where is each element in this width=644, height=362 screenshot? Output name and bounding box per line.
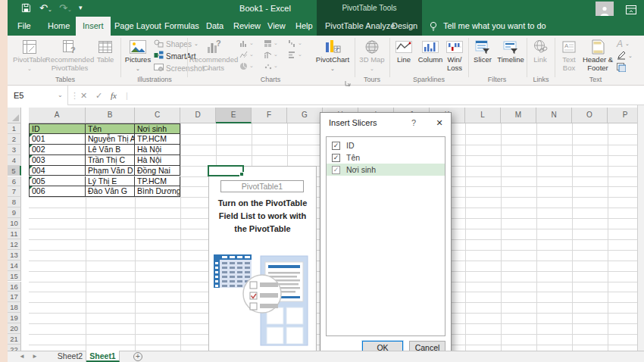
sparkline-line-button[interactable]: Line (392, 37, 415, 76)
table-cell[interactable]: Đào Văn G (86, 186, 135, 197)
sheet-nav-right-icon[interactable]: ► (32, 351, 38, 362)
tell-me-box[interactable]: Tell me what you want to do (436, 17, 553, 36)
pictures-button[interactable]: Pictures⌄ (123, 37, 152, 76)
row-header-1[interactable]: 1 (8, 123, 21, 134)
table-cell[interactable]: Đồng Nai (135, 166, 180, 176)
table-cell[interactable]: ID (29, 123, 86, 134)
vertical-scrollbar[interactable] (637, 105, 644, 351)
row-header-17[interactable]: 17 (8, 292, 21, 302)
column-header-O[interactable]: O (572, 108, 608, 123)
bar-chart-button[interactable]: ⌄ (288, 49, 311, 60)
text-box-button[interactable]: A Text Box (558, 37, 580, 76)
row-header-22[interactable]: 22 (8, 345, 21, 351)
formula-cancel-icon[interactable]: ✕ (80, 86, 87, 105)
scatter-chart-button[interactable]: ⌄ (264, 61, 286, 71)
table-cell[interactable]: Hà Nội (135, 155, 180, 166)
slicer-field-item-ID[interactable]: ✓ID (327, 139, 445, 151)
select-all-corner[interactable] (8, 108, 21, 123)
table-cell[interactable]: 003 (29, 155, 86, 166)
active-cell-E5[interactable] (208, 165, 244, 176)
save-icon[interactable] (21, 3, 31, 15)
table-button[interactable]: Table (92, 37, 118, 76)
pivottable-button[interactable]: PivotTable⌄ (12, 37, 47, 76)
column-header-F[interactable]: F (252, 108, 287, 123)
column-header-D[interactable]: D (180, 108, 216, 123)
column-header-M[interactable]: M (501, 108, 536, 123)
slicer-field-item-Nơi sinh[interactable]: ✓Nơi sinh (327, 164, 445, 176)
row-header-14[interactable]: 14 (8, 261, 21, 271)
checkbox-icon[interactable]: ✓ (332, 142, 340, 150)
row-header-12[interactable]: 12 (8, 239, 21, 250)
table-cell[interactable]: Trần Thị C (86, 155, 135, 166)
pivotchart-button[interactable]: PivotChart⌄ (314, 37, 352, 76)
column-header-A[interactable]: A (29, 108, 86, 123)
redo-icon[interactable]: ↷⌄ (59, 2, 72, 14)
insert-function-icon[interactable]: fx (111, 86, 117, 105)
tab-home[interactable]: Home (41, 17, 77, 36)
column-header-N[interactable]: N (536, 108, 572, 123)
ribbon-display-options-icon[interactable] (626, 4, 636, 17)
wordart-button[interactable]: A⌄ (617, 38, 630, 50)
row-header-8[interactable]: 8 (8, 197, 21, 208)
header-footer-button[interactable]: Header & Footer (582, 37, 614, 76)
row-header-5[interactable]: 5 (8, 166, 21, 176)
formula-enter-icon[interactable]: ✓ (95, 86, 102, 105)
recommended-pivottables-button[interactable]: ? Recommended PivotTables (47, 37, 92, 76)
slicer-field-list[interactable]: ✓ID✓Tên✓Nơi sinh (326, 136, 445, 336)
column-chart-button[interactable]: ⌄ (239, 38, 262, 48)
column-header-G[interactable]: G (287, 108, 323, 123)
combo-chart-button[interactable]: ⌄ (264, 49, 286, 60)
customize-qat-icon[interactable]: ▾ (79, 4, 83, 11)
tab-design[interactable]: Design (385, 17, 424, 36)
table-cell[interactable]: Phạm Văn D (86, 166, 135, 176)
table-cell[interactable]: 002 (29, 145, 86, 155)
sheet-tab-sheet2[interactable]: Sheet2 (55, 351, 86, 362)
tab-insert[interactable]: Insert (76, 17, 111, 36)
slicer-button[interactable]: Slicer (471, 37, 494, 76)
table-cell[interactable]: 001 (29, 134, 86, 145)
sheet-tab-sheet1[interactable]: Sheet1 (86, 351, 120, 362)
row-header-2[interactable]: 2 (8, 134, 21, 145)
table-cell[interactable]: 005 (29, 176, 86, 187)
row-header-6[interactable]: 6 (8, 176, 21, 187)
row-header-13[interactable]: 13 (8, 250, 21, 261)
table-cell[interactable]: 006 (29, 186, 86, 197)
table-cell[interactable]: Hà Nội (135, 145, 180, 155)
row-header-3[interactable]: 3 (8, 145, 21, 155)
table-cell[interactable]: Nơi sinh (135, 123, 180, 134)
row-header-16[interactable]: 16 (8, 282, 21, 292)
pie-chart-button[interactable]: ⌄ (239, 61, 262, 71)
row-header-4[interactable]: 4 (8, 155, 21, 166)
sparkline-winloss-button[interactable]: Win/ Loss (444, 37, 465, 76)
recommended-charts-button[interactable]: ? Recommended Charts (190, 37, 237, 76)
formula-bar[interactable] (8, 86, 644, 105)
signature-line-button[interactable]: ⌄ (617, 50, 633, 62)
table-cell[interactable]: TP.HCM (135, 176, 180, 187)
row-header-15[interactable]: 15 (8, 271, 21, 282)
tab-view[interactable]: View (261, 17, 292, 36)
column-header-P[interactable]: P (608, 108, 637, 123)
row-header-19[interactable]: 19 (8, 313, 21, 323)
checkbox-icon[interactable]: ✓ (332, 166, 340, 174)
undo-icon[interactable]: ↶⌄ (39, 2, 52, 14)
row-header-18[interactable]: 18 (8, 302, 21, 313)
new-sheet-button[interactable]: + (133, 352, 142, 361)
tab-help[interactable]: Help (289, 17, 320, 36)
row-header-11[interactable]: 11 (8, 229, 21, 239)
object-button[interactable] (617, 62, 626, 74)
timeline-button[interactable]: Timeline (496, 37, 526, 76)
row-header-9[interactable]: 9 (8, 208, 21, 218)
column-header-E[interactable]: E (216, 108, 252, 123)
checkbox-icon[interactable]: ✓ (332, 154, 340, 162)
hierarchy-chart-button[interactable]: ⌄ (264, 38, 286, 48)
table-cell[interactable]: Lý Thị E (86, 176, 135, 187)
column-header-C[interactable]: C (135, 108, 180, 123)
link-button[interactable]: Link (530, 37, 551, 76)
table-cell[interactable]: Tên (86, 123, 135, 134)
table-cell[interactable]: TP.HCM (135, 134, 180, 145)
sparkline-column-button[interactable]: Column (417, 37, 443, 76)
table-cell[interactable]: Lê Văn B (86, 145, 135, 155)
3d-map-button[interactable]: 3D Map⌄ (356, 37, 388, 76)
waterfall-chart-button[interactable]: ⌄ (288, 38, 311, 48)
avatar[interactable] (596, 2, 614, 16)
